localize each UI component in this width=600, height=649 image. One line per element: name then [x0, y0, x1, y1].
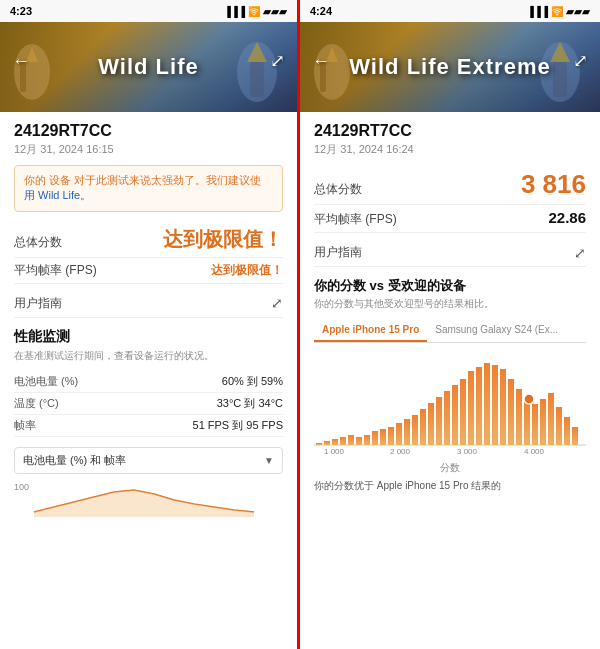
- left-monitor-rows: 电池电量 (%) 60% 到 59% 温度 (°C) 33°C 到 34°C 帧…: [14, 371, 283, 437]
- svg-rect-30: [444, 391, 450, 445]
- svg-rect-26: [412, 415, 418, 445]
- right-fps-row: 平均帧率 (FPS) 22.86: [314, 205, 586, 233]
- right-bench-id: 24129RT7CC: [314, 122, 586, 140]
- right-bottom-text: 你的分数优于 Apple iPhone 15 Pro 结果的: [314, 479, 586, 493]
- right-nav-row: ← ⤢: [300, 44, 600, 78]
- left-monitor-label-0: 电池电量 (%): [14, 374, 78, 389]
- right-user-guide-row: 用户指南 ⤢: [314, 239, 586, 267]
- right-phone-panel: 4:24 ▐▐▐ 🛜 ▰▰▰ Wild Life Extreme ← ⤢: [300, 0, 600, 649]
- right-score-section: 总体分数 3 816 平均帧率 (FPS) 22.86: [314, 165, 586, 233]
- left-monitor-row-2: 帧率 51 FPS 到 95 FPS: [14, 415, 283, 437]
- right-status-icons: ▐▐▐ 🛜 ▰▰▰: [527, 6, 590, 17]
- right-share-button[interactable]: ⤢: [573, 50, 588, 72]
- svg-rect-17: [340, 437, 346, 445]
- right-bench-date: 12月 31, 2024 16:24: [314, 142, 586, 157]
- right-time: 4:24: [310, 5, 332, 17]
- left-monitor-label-2: 帧率: [14, 418, 36, 433]
- left-monitor-value-2: 51 FPS 到 95 FPS: [193, 418, 283, 433]
- svg-rect-15: [324, 441, 330, 445]
- svg-rect-46: [572, 427, 578, 445]
- svg-rect-18: [348, 435, 354, 445]
- svg-rect-43: [548, 393, 554, 445]
- left-total-row: 总体分数 达到极限值！: [14, 222, 283, 258]
- left-monitor-label-1: 温度 (°C): [14, 396, 59, 411]
- right-back-button[interactable]: ←: [312, 51, 330, 72]
- svg-rect-21: [372, 431, 378, 445]
- left-monitor-title: 性能监测: [14, 328, 283, 346]
- svg-text:3 000: 3 000: [457, 447, 478, 454]
- svg-rect-27: [420, 409, 426, 445]
- right-histogram: 1 000 2 000 3 000 4 000: [314, 349, 586, 459]
- left-chart-y-label: 100: [14, 482, 29, 492]
- right-comparison-title: 你的分数 vs 受欢迎的设备: [314, 277, 586, 295]
- right-chart-x-label: 分数: [314, 461, 586, 475]
- left-total-label: 总体分数: [14, 234, 62, 251]
- right-total-row: 总体分数 3 816: [314, 165, 586, 205]
- left-battery-icon: ▰▰▰: [263, 6, 287, 17]
- svg-rect-25: [404, 419, 410, 445]
- left-user-guide-label: 用户指南: [14, 295, 62, 312]
- svg-rect-24: [396, 423, 402, 445]
- svg-rect-33: [468, 371, 474, 445]
- right-fps-label: 平均帧率 (FPS): [314, 211, 397, 228]
- right-hero-container: Wild Life Extreme ← ⤢: [300, 22, 600, 112]
- left-monitor-value-1: 33°C 到 34°C: [217, 396, 283, 411]
- right-tab-iphone[interactable]: Apple iPhone 15 Pro: [314, 319, 427, 342]
- svg-text:2 000: 2 000: [390, 447, 411, 454]
- left-monitor-subtitle: 在基准测试运行期间，查看设备运行的状况。: [14, 349, 283, 363]
- right-score-marker: [524, 394, 534, 404]
- left-mini-chart: 100: [14, 482, 283, 517]
- right-user-guide-share-icon[interactable]: ⤢: [574, 245, 586, 261]
- left-dropdown[interactable]: 电池电量 (%) 和 帧率 ▼: [14, 447, 283, 474]
- svg-rect-23: [388, 427, 394, 445]
- left-fps-value: 达到极限值！: [211, 262, 283, 279]
- svg-text:4 000: 4 000: [524, 447, 545, 454]
- left-info-text: 你的 设备 对于此测试来说太强劲了。我们建议使 用 Wild Life。: [24, 173, 273, 204]
- right-total-label: 总体分数: [314, 181, 362, 198]
- svg-rect-38: [508, 379, 514, 445]
- right-signal-icon: ▐▐▐: [527, 6, 548, 17]
- left-fps-row: 平均帧率 (FPS) 达到极限值！: [14, 258, 283, 284]
- left-monitor-row-1: 温度 (°C) 33°C 到 34°C: [14, 393, 283, 415]
- left-dropdown-label: 电池电量 (%) 和 帧率: [23, 453, 258, 468]
- left-fps-label: 平均帧率 (FPS): [14, 262, 97, 279]
- svg-rect-45: [564, 417, 570, 445]
- svg-text:1 000: 1 000: [324, 447, 345, 454]
- left-dropdown-arrow-icon: ▼: [264, 455, 274, 466]
- svg-rect-28: [428, 403, 434, 445]
- svg-rect-40: [524, 399, 530, 445]
- left-user-guide-row: 用户指南 ⤢: [14, 290, 283, 318]
- svg-rect-44: [556, 407, 562, 445]
- right-tab-samsung[interactable]: Samsung Galaxy S24 (Ex...: [427, 319, 566, 342]
- right-total-value: 3 816: [521, 169, 586, 200]
- left-bench-date: 12月 31, 2024 16:15: [14, 142, 283, 157]
- right-histogram-svg: 1 000 2 000 3 000 4 000: [314, 349, 586, 454]
- svg-rect-19: [356, 437, 362, 445]
- left-monitor-row-0: 电池电量 (%) 60% 到 59%: [14, 371, 283, 393]
- right-tabs-row: Apple iPhone 15 Pro Samsung Galaxy S24 (…: [314, 319, 586, 343]
- left-share-button[interactable]: ⤢: [270, 50, 285, 72]
- left-hero-container: Wild Life ← ⤢: [0, 22, 297, 112]
- left-content: 24129RT7CC 12月 31, 2024 16:15 你的 设备 对于此测…: [0, 112, 297, 649]
- left-phone-panel: 4:23 ▐▐▐ 🛜 ▰▰▰ Wild Life ← ⤢: [0, 0, 300, 649]
- svg-rect-34: [476, 367, 482, 445]
- left-signal-icon: ▐▐▐: [224, 6, 245, 17]
- svg-rect-39: [516, 389, 522, 445]
- left-nav-row: ← ⤢: [0, 44, 297, 78]
- svg-rect-16: [332, 439, 338, 445]
- left-user-guide-share-icon[interactable]: ⤢: [271, 295, 283, 311]
- svg-rect-37: [500, 369, 506, 445]
- svg-rect-32: [460, 379, 466, 445]
- right-wifi-icon: 🛜: [551, 6, 563, 17]
- right-fps-value: 22.86: [548, 209, 586, 226]
- right-content: 24129RT7CC 12月 31, 2024 16:24 总体分数 3 816…: [300, 112, 600, 649]
- right-battery-icon: ▰▰▰: [566, 6, 590, 17]
- svg-rect-42: [540, 399, 546, 445]
- left-score-section: 总体分数 达到极限值！ 平均帧率 (FPS) 达到极限值！: [14, 222, 283, 284]
- svg-rect-41: [532, 404, 538, 445]
- left-total-value: 达到极限值！: [163, 226, 283, 253]
- left-bench-id: 24129RT7CC: [14, 122, 283, 140]
- right-comparison-section: 你的分数 vs 受欢迎的设备 你的分数与其他受欢迎型号的结果相比。 Apple …: [314, 277, 586, 493]
- left-back-button[interactable]: ←: [12, 51, 30, 72]
- left-time: 4:23: [10, 5, 32, 17]
